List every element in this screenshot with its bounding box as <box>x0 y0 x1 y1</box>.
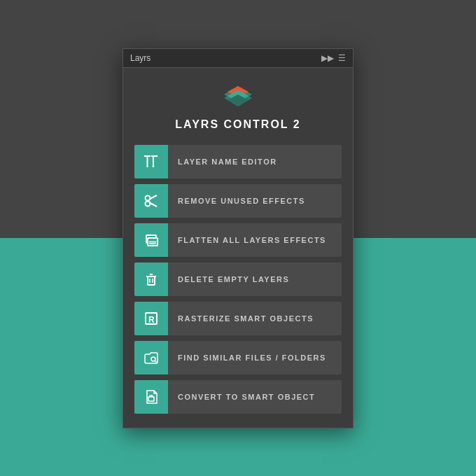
menu-list: LAYER NAME EDITOR REMOVE UNUSED EFFECTS <box>134 145 342 414</box>
menu-item-flatten-all-layers[interactable]: FLATTEN ALL LAYERS EFFECTS <box>134 223 342 257</box>
app-title: LAYRS CONTROL 2 <box>175 118 300 131</box>
panel-body: LAYRS CONTROL 2 LAYER NAME EDITOR <box>123 68 353 428</box>
flatten-all-layers-label: FLATTEN ALL LAYERS EFFECTS <box>168 236 326 244</box>
menu-item-remove-unused-effects[interactable]: REMOVE UNUSED EFFECTS <box>134 184 342 218</box>
menu-item-convert-to-smart-object[interactable]: CONVERT TO SMART OBJECT <box>134 380 342 414</box>
panel-title: Layrs <box>130 53 150 63</box>
panel-titlebar: Layrs ▶▶ ☰ <box>123 49 353 68</box>
forward-icon[interactable]: ▶▶ <box>321 53 334 63</box>
rasterize-smart-objects-icon-box: R <box>134 302 168 335</box>
remove-unused-effects-label: REMOVE UNUSED EFFECTS <box>168 197 305 205</box>
find-similar-files-label: FIND SIMILAR FILES / FOLDERS <box>168 354 326 362</box>
menu-item-find-similar-files[interactable]: FIND SIMILAR FILES / FOLDERS <box>134 341 342 374</box>
delete-empty-layers-icon-box <box>134 262 168 296</box>
app-logo <box>220 82 255 111</box>
menu-icon[interactable]: ☰ <box>338 53 346 63</box>
svg-rect-17 <box>148 276 155 285</box>
menu-item-layer-name-editor[interactable]: LAYER NAME EDITOR <box>134 145 342 178</box>
convert-to-smart-object-icon-box <box>134 380 168 414</box>
svg-point-24 <box>151 357 155 361</box>
logo-section: LAYRS CONTROL 2 <box>134 82 342 131</box>
svg-text:R: R <box>148 315 155 325</box>
titlebar-icons: ▶▶ ☰ <box>321 53 346 63</box>
layer-name-editor-label: LAYER NAME EDITOR <box>168 158 277 166</box>
main-panel: Layrs ▶▶ ☰ <box>122 48 354 428</box>
menu-item-rasterize-smart-objects[interactable]: R RASTERIZE SMART OBJECTS <box>134 302 342 335</box>
svg-line-25 <box>155 360 156 362</box>
svg-point-9 <box>146 195 150 200</box>
svg-rect-6 <box>147 155 148 167</box>
find-similar-files-icon-box <box>134 341 168 374</box>
flatten-all-layers-icon-box <box>134 223 168 257</box>
layer-name-editor-icon-box <box>134 145 168 178</box>
svg-rect-7 <box>153 155 154 167</box>
remove-unused-effects-icon-box <box>134 184 168 218</box>
svg-rect-26 <box>148 397 154 401</box>
delete-empty-layers-label: DELETE EMPTY LAYERS <box>168 275 289 284</box>
convert-to-smart-object-label: CONVERT TO SMART OBJECT <box>168 393 315 401</box>
svg-rect-8 <box>151 155 158 157</box>
svg-point-10 <box>146 201 150 206</box>
menu-item-delete-empty-layers[interactable]: DELETE EMPTY LAYERS <box>134 262 342 296</box>
rasterize-smart-objects-label: RASTERIZE SMART OBJECTS <box>168 314 314 323</box>
